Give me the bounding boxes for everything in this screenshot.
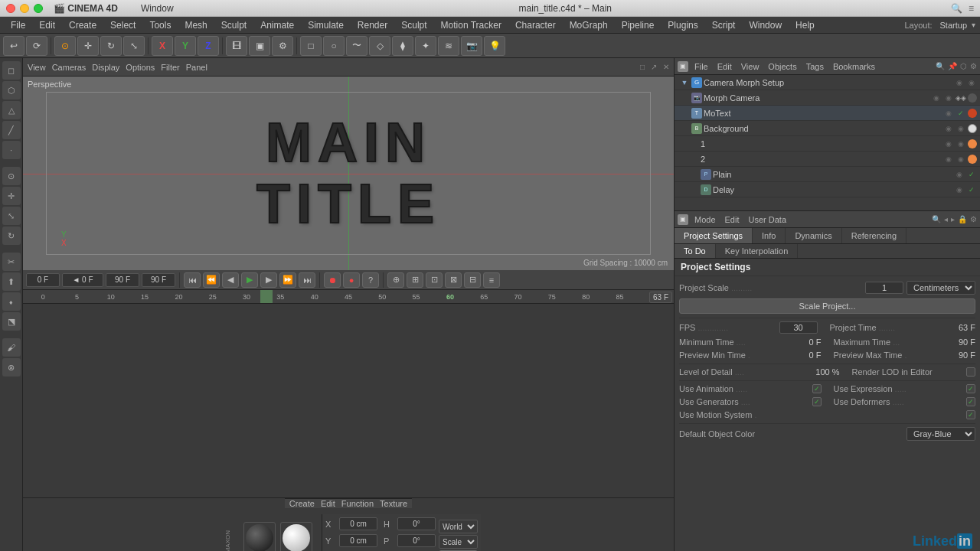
prop-fps-input[interactable] <box>779 321 818 334</box>
obj-vis-bg2[interactable]: ◉ <box>956 123 966 134</box>
record-auto-btn[interactable]: ● <box>343 272 360 288</box>
props-menu-userdata[interactable]: User Data <box>746 215 790 224</box>
cube-icon[interactable]: □ <box>300 36 322 56</box>
obj-vis-1[interactable]: ◉ <box>954 77 965 88</box>
menu-mograph[interactable]: MoGraph <box>564 18 614 32</box>
select-tool-icon[interactable]: ⊙ <box>54 36 76 56</box>
frame-end-input[interactable] <box>106 273 139 287</box>
deform-icon[interactable]: ⧫ <box>392 36 413 56</box>
menu-simulate[interactable]: Simulate <box>302 18 350 32</box>
menu-motiontracker[interactable]: Motion Tracker <box>435 18 508 32</box>
key-sel-btn[interactable]: ⊞ <box>407 272 423 288</box>
frame-current-input[interactable] <box>62 273 103 287</box>
props-menu-mode[interactable]: Mode <box>691 215 719 224</box>
goto-start-btn[interactable]: ⏮ <box>184 272 201 288</box>
menu-file[interactable]: File <box>5 18 31 32</box>
mograph-icon[interactable]: ✦ <box>415 36 436 56</box>
obj-pin-icon[interactable]: 📌 <box>948 62 957 70</box>
menu-window[interactable]: Window <box>743 18 788 32</box>
coord-y-input[interactable] <box>339 534 377 547</box>
prop-render-lod-checkbox[interactable] <box>966 367 975 377</box>
point-mode-icon[interactable]: · <box>2 141 21 159</box>
prop-use-expr-checkbox[interactable]: ✓ <box>966 384 975 393</box>
mesh-mode-icon[interactable]: ⬡ <box>2 81 21 99</box>
obj-row-motext[interactable]: T MoText ◉ ✓ <box>675 106 980 121</box>
obj-vis-1b[interactable]: ◉ <box>956 139 966 149</box>
record-btn[interactable]: ⏺ <box>324 272 341 288</box>
obj-row-plain[interactable]: P Plain ◉ ✓ <box>675 167 980 182</box>
menu-sculpt2[interactable]: Sculpt <box>395 18 433 32</box>
extrude-icon[interactable]: ⬆ <box>2 272 21 291</box>
redo-icon[interactable]: ⟳ <box>26 36 47 56</box>
prop-use-gen-checkbox[interactable]: ✓ <box>812 397 822 406</box>
maximize-button[interactable] <box>34 4 43 13</box>
rotate-tool-icon[interactable]: ↻ <box>2 227 21 245</box>
sphere-icon[interactable]: ○ <box>323 36 345 56</box>
nurbs-icon[interactable]: ◇ <box>369 36 390 56</box>
obj-menu-edit[interactable]: Edit <box>714 62 735 71</box>
rotate-icon[interactable]: ↻ <box>100 36 122 56</box>
coord-mode-dropdown[interactable]: Scale Move <box>439 535 478 549</box>
menu-select[interactable]: Select <box>104 18 142 32</box>
props-menu-edit[interactable]: Edit <box>722 215 743 224</box>
obj-row-1[interactable]: 1 ◉ ◉ <box>675 136 980 152</box>
material-mat[interactable]: Mat <box>280 522 312 551</box>
material-mat2[interactable]: Mat.2 <box>243 522 276 551</box>
scale-tool-icon[interactable]: ⤡ <box>2 207 21 225</box>
spline-icon[interactable]: 〜 <box>346 36 368 56</box>
prop-defcolor-dropdown[interactable]: Gray-Blue Red <box>906 427 975 441</box>
props-nav-icon[interactable]: ◂ <box>944 215 948 223</box>
mat-menu-create[interactable]: Create <box>289 499 315 508</box>
model-mode-icon[interactable]: ◻ <box>2 61 21 80</box>
obj-row-morph-camera[interactable]: 📷 Morph Camera ◉ ◉ ◈◈ <box>675 90 980 106</box>
play-fwd-btn[interactable]: ⏩ <box>279 272 296 288</box>
menu-create[interactable]: Create <box>63 18 103 32</box>
viewport[interactable]: Perspective MAIN TITLE Grid Spacing : 10… <box>23 77 674 270</box>
props-lock-icon[interactable]: 🔒 <box>958 215 967 223</box>
obj-search-icon[interactable]: 🔍 <box>936 62 945 70</box>
tab-info[interactable]: Info <box>753 228 786 243</box>
help-btn[interactable]: ? <box>362 272 379 288</box>
obj-vis-2[interactable]: ◉ <box>966 77 977 88</box>
vp-icon1[interactable]: □ <box>640 63 645 71</box>
render-region-icon[interactable]: 🎞 <box>226 36 247 56</box>
obj-expand-icon[interactable]: ⬡ <box>960 62 967 70</box>
move-tool-icon[interactable]: ✛ <box>2 187 21 205</box>
vp-icon2[interactable]: ↗ <box>651 63 657 71</box>
prop-use-deform-checkbox[interactable]: ✓ <box>966 397 975 406</box>
menu-pipeline[interactable]: Pipeline <box>616 18 661 32</box>
vp-menu-panel[interactable]: Panel <box>186 63 207 72</box>
frame-range-input[interactable] <box>142 273 175 287</box>
knife-tool-icon[interactable]: ✂ <box>2 253 21 271</box>
menu-animate[interactable]: Animate <box>254 18 300 32</box>
props-settings-icon[interactable]: ⚙ <box>970 215 977 223</box>
vp-menu-cameras[interactable]: Cameras <box>52 63 87 72</box>
light-icon[interactable]: 💡 <box>484 36 505 56</box>
obj-row-background[interactable]: B Background ◉ ◉ <box>675 121 980 136</box>
props-search-icon[interactable]: 🔍 <box>932 215 941 223</box>
obj-row-delay[interactable]: D Delay ◉ ✓ <box>675 182 980 197</box>
obj-menu-view[interactable]: View <box>738 62 763 71</box>
obj-vis-d1[interactable]: ◉ <box>954 184 965 195</box>
move-icon[interactable]: ✛ <box>77 36 99 56</box>
y-axis-icon[interactable]: Y <box>175 36 196 56</box>
obj-vis-p1[interactable]: ◉ <box>954 169 965 180</box>
obj-menu-bookmarks[interactable]: Bookmarks <box>830 62 878 71</box>
menu-sculpt[interactable]: Sculpt <box>215 18 253 32</box>
menu-plugins[interactable]: Plugins <box>662 18 704 32</box>
close-button[interactable] <box>6 4 15 13</box>
prop-use-motion-checkbox[interactable]: ✓ <box>966 410 975 419</box>
key-pos-btn[interactable]: ⊡ <box>426 272 443 288</box>
timeline-menu-btn[interactable]: ≡ <box>483 272 500 288</box>
live-select-icon[interactable]: ⊙ <box>2 167 21 185</box>
vp-menu-display[interactable]: Display <box>92 63 119 72</box>
scale-icon[interactable]: ⤡ <box>123 36 145 56</box>
obj-vis-bg1[interactable]: ◉ <box>943 123 954 134</box>
obj-vis-mt1[interactable]: ◉ <box>943 108 954 119</box>
tab-project-settings[interactable]: Project Settings <box>675 228 753 243</box>
menu-help[interactable]: Help <box>789 18 821 32</box>
menu-tools[interactable]: Tools <box>143 18 177 32</box>
undo-icon[interactable]: ↩ <box>3 36 24 56</box>
vp-menu-view[interactable]: View <box>28 63 46 72</box>
vp-menu-filter[interactable]: Filter <box>161 63 179 72</box>
